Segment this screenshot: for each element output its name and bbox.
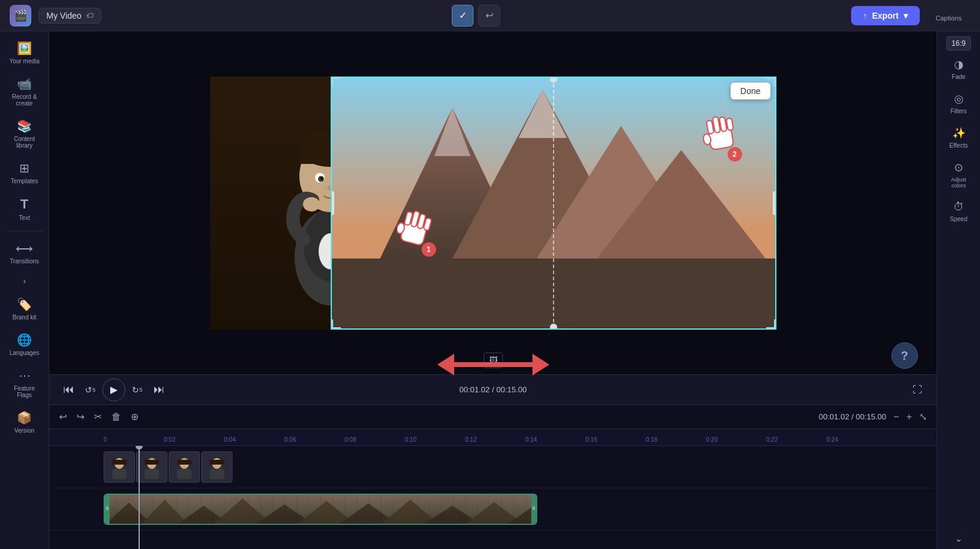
right-panel-item-effects[interactable]: ✨ Effects xyxy=(940,122,978,154)
crop-center-vertical-line xyxy=(553,78,554,328)
svg-rect-37 xyxy=(112,460,126,465)
mountain-track-waveform xyxy=(105,494,536,525)
arrow-right xyxy=(532,354,549,375)
fit-timeline-button[interactable]: ⤡ xyxy=(917,409,929,425)
arrow-shaft xyxy=(454,362,532,367)
ruler-mark-10: 0:10 xyxy=(405,436,465,443)
help-button[interactable]: ? xyxy=(891,342,918,369)
play-pause-button[interactable]: ▶ xyxy=(102,378,125,401)
right-panel-item-fade[interactable]: ◑ Fade xyxy=(940,53,978,85)
sidebar-item-feature-flags[interactable]: ⋯ FeatureFlags xyxy=(3,363,46,403)
templates-icon: ⊞ xyxy=(19,161,30,175)
mountain-track-label xyxy=(49,488,102,530)
rename-icon[interactable]: 🏷 xyxy=(86,11,93,20)
zoom-out-button[interactable]: − xyxy=(891,409,901,425)
timeline-ruler: 0 0:02 0:04 0:06 0:08 0:10 0:12 0:14 0:1… xyxy=(49,429,937,446)
right-panel-expand-button[interactable]: ⌄ xyxy=(955,533,963,544)
avatar-clip-4[interactable] xyxy=(201,451,233,483)
hand-cursor-1: 1 xyxy=(397,209,433,254)
sidebar-item-languages[interactable]: 🌐 Languages xyxy=(3,328,46,361)
sidebar-item-your-media[interactable]: 🖼️ Your media xyxy=(3,36,46,69)
transitions-icon: ⟷ xyxy=(16,241,33,256)
sidebar-item-transitions[interactable]: ⟷ Transitions xyxy=(3,236,46,269)
timeline-area: ↩ ↪ ✂ 🗑 ⊕ 00:01.02 / 00:15.00 − + ⤡ 0 0:… xyxy=(49,404,937,549)
hand-cursor-2-container: 2 xyxy=(703,114,739,158)
timeline-toolbar: ↩ ↪ ✂ 🗑 ⊕ 00:01.02 / 00:15.00 − + ⤡ xyxy=(49,405,937,429)
fullscreen-button[interactable]: ⛶ xyxy=(908,380,927,400)
playhead[interactable] xyxy=(139,446,140,549)
sidebar-item-text[interactable]: T Text xyxy=(3,192,46,226)
crop-corner-br[interactable] xyxy=(766,319,776,329)
svg-rect-49 xyxy=(210,460,224,465)
sidebar-item-templates[interactable]: ⊞ Templates xyxy=(3,156,46,189)
sidebar-label-your-media: Your media xyxy=(9,58,39,64)
project-title[interactable]: My Video 🏷 xyxy=(39,8,101,24)
timeline-time-display: 00:01.02 / 00:15.00 xyxy=(819,412,886,421)
sidebar-item-content-library[interactable]: 📚 Contentlibrary xyxy=(3,114,46,154)
right-panel-item-filters[interactable]: ◎ Filters xyxy=(940,87,978,119)
adjust-colors-icon: ⊙ xyxy=(954,161,963,174)
sidebar-label-brand-kit: Brand kit xyxy=(13,314,36,321)
sidebar-item-brand-kit[interactable]: 🏷️ Brand kit xyxy=(3,292,46,325)
text-icon: T xyxy=(20,196,28,212)
effects-icon: ✨ xyxy=(952,127,966,140)
zoom-in-button[interactable]: + xyxy=(904,409,914,425)
speed-icon: ⏱ xyxy=(953,201,964,213)
ruler-mark-2: 0:02 xyxy=(164,436,224,443)
timeline-redo-button[interactable]: ↪ xyxy=(74,409,87,425)
crop-corner-bl[interactable] xyxy=(331,319,341,329)
project-title-text: My Video xyxy=(46,11,81,20)
skip-back-button[interactable]: ⏮ xyxy=(59,380,78,400)
ruler-mark-0: 0 xyxy=(104,436,164,443)
avatar-track-label xyxy=(49,446,102,488)
done-tooltip[interactable]: Done xyxy=(731,83,770,99)
back-5s-button[interactable]: ↺5 xyxy=(81,380,100,400)
crop-corner-tl[interactable] xyxy=(331,77,341,87)
avatar-clip-3[interactable] xyxy=(169,451,200,483)
time-display: 00:01.02 / 00:15.00 xyxy=(459,385,526,394)
filters-label: Filters xyxy=(950,108,967,115)
export-label: Export xyxy=(872,11,899,20)
track-start-handle[interactable]: ⠿ xyxy=(105,495,110,524)
ruler-mark-4: 0:04 xyxy=(224,436,284,443)
right-panel-item-adjust-colors[interactable]: ⊙ Adjustcolors xyxy=(940,156,978,193)
undo-button[interactable]: ↩ xyxy=(478,5,500,27)
ruler-mark-14: 0:14 xyxy=(525,436,585,443)
adjust-colors-label: Adjustcolors xyxy=(951,177,966,189)
export-chevron: ▾ xyxy=(904,11,908,20)
ruler-mark-20: 0:20 xyxy=(706,436,766,443)
playback-bar: ⏮ ↺5 ▶ ↻5 ⏭ 00:01.02 / 00:15.00 ⛶ xyxy=(49,374,937,404)
fade-icon: ◑ xyxy=(954,58,964,71)
sidebar-label-feature-flags: FeatureFlags xyxy=(14,385,34,398)
export-button[interactable]: ↑ Export ▾ xyxy=(851,6,920,25)
video-preview: Done xyxy=(49,31,937,374)
forward-5s-button[interactable]: ↻5 xyxy=(128,380,147,400)
double-arrow-indicator xyxy=(437,354,549,375)
aspect-ratio-button[interactable]: 16:9 xyxy=(946,36,971,51)
sidebar-item-record-create[interactable]: 📹 Record &create xyxy=(3,72,46,111)
brand-kit-icon: 🏷️ xyxy=(17,297,32,312)
sidebar-label-templates: Templates xyxy=(11,178,39,184)
skip-forward-button[interactable]: ⏭ xyxy=(149,380,169,400)
sidebar-label-record-create: Record &create xyxy=(12,93,37,107)
track-end-handle[interactable]: ⠿ xyxy=(531,495,536,524)
crop-handle-bottom[interactable] xyxy=(550,324,557,330)
avatar-clip-1[interactable] xyxy=(104,451,135,483)
preview-container: Done xyxy=(210,77,776,330)
mountain-track-clip[interactable]: ⠿ xyxy=(104,494,537,525)
right-panel: ‹ 16:9 ◑ Fade ◎ Filters ✨ Effects ⊙ Adju… xyxy=(937,31,980,549)
sidebar-item-version[interactable]: 📦 Version xyxy=(3,406,46,439)
done-check-button[interactable]: ✓ xyxy=(452,5,473,27)
timeline-undo-button[interactable]: ↩ xyxy=(57,409,69,425)
crop-handle-left[interactable] xyxy=(331,191,334,215)
avatar-thumbnail-2 xyxy=(140,455,164,479)
ruler-mark-6: 0:06 xyxy=(284,436,345,443)
timeline-add-button[interactable]: ⊕ xyxy=(128,409,141,425)
svg-rect-41 xyxy=(145,460,159,465)
timeline-cut-button[interactable]: ✂ xyxy=(92,409,104,425)
avatar-clip-2[interactable] xyxy=(136,451,167,483)
sidebar-collapse-button[interactable]: › xyxy=(19,272,31,290)
timeline-delete-button[interactable]: 🗑 xyxy=(109,409,123,425)
crop-handle-right[interactable] xyxy=(773,191,776,215)
right-panel-item-speed[interactable]: ⏱ Speed xyxy=(940,196,978,227)
